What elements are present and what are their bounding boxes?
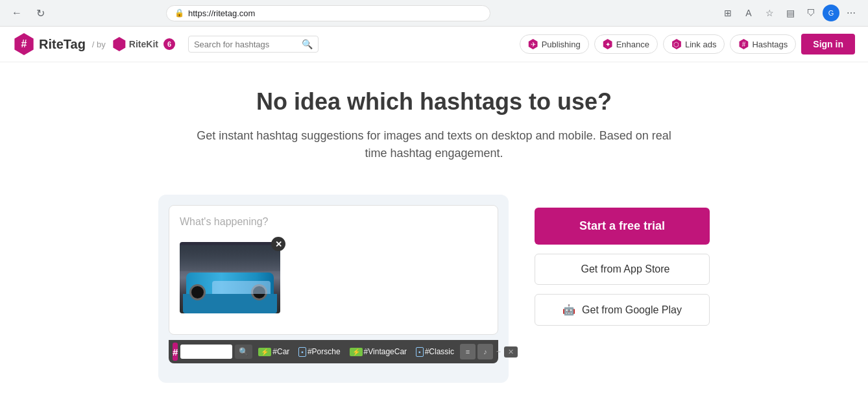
ritekit-hex-icon	[112, 37, 127, 51]
ritekit-name: RiteKit	[129, 39, 158, 49]
hashtag-classic-item: ▪ #Classic	[413, 345, 457, 359]
classic-pill-icon: ▪	[416, 347, 424, 357]
tweet-image-container: ✕	[180, 242, 280, 313]
hashtag-bar: # 🔍 ⚡ #Car ▪ #Porsche ⚡ #VintageCar ▪	[169, 340, 498, 363]
cta-area: Start a free trial Get from App Store 🤖 …	[535, 208, 710, 326]
logo-hex-icon: #	[13, 33, 35, 55]
grid-icon-btn[interactable]: ⊞	[719, 4, 737, 22]
publishing-label: Publishing	[542, 40, 581, 49]
reload-button[interactable]: ↻	[31, 4, 49, 22]
address-bar: 🔒 https://ritetag.com	[166, 5, 490, 21]
publishing-button[interactable]: ✈ Publishing	[520, 34, 589, 54]
vintagecar-pill-icon: ⚡	[350, 348, 363, 356]
hashtag-right-icons: ≡ ♪ ~ ✕	[460, 344, 518, 359]
search-input[interactable]	[194, 40, 298, 49]
hashtag-porsche-item: ▪ #Porsche	[295, 345, 343, 359]
search-bar: 🔍	[188, 36, 319, 53]
search-submit-button[interactable]: 🔍	[302, 39, 313, 49]
nav-right: ✈ Publishing ✦ Enhance ⬡ Link ads # Hash…	[520, 34, 855, 55]
site-nav: # RiteTag / by RiteKit 6 🔍 ✈ Publishing …	[0, 27, 868, 62]
browser-url[interactable]: https://ritetag.com	[188, 8, 482, 18]
sign-in-button[interactable]: Sign in	[801, 34, 855, 55]
car-image	[180, 242, 280, 313]
main-content: No idea which hashtags to use? Get insta…	[0, 62, 868, 195]
hashtag-action-icon-1[interactable]: ≡	[460, 344, 476, 359]
hashtag-search-input[interactable]	[180, 345, 232, 359]
hashtag-icon-box: #	[173, 343, 178, 361]
hashtag-car-item: ⚡ #Car	[255, 345, 293, 358]
android-icon: 🤖	[562, 304, 575, 316]
hash-symbol: #	[173, 346, 178, 357]
profile-avatar[interactable]: G	[823, 5, 839, 21]
tweet-placeholder: What's happening?	[180, 216, 268, 228]
logo-area: # RiteTag / by RiteKit 6	[13, 33, 175, 55]
tweet-box-wrapper: What's happening? ✕ # 🔍	[158, 195, 509, 383]
car-tag-label: #Car	[272, 347, 289, 356]
hashtags-button[interactable]: # Hashtags	[730, 34, 796, 54]
publishing-icon: ✈	[528, 39, 538, 49]
main-subtitle: Get instant hashtag suggestions for imag…	[187, 127, 681, 162]
google-play-button[interactable]: 🤖 Get from Google Play	[535, 294, 710, 326]
logo-by-text: / by	[92, 40, 106, 49]
hashtag-close-button[interactable]: ✕	[504, 346, 518, 357]
link-ads-label: Link ads	[685, 40, 716, 49]
porsche-tag-label: #Porsche	[307, 347, 341, 356]
enhance-label: Enhance	[616, 40, 649, 49]
browser-toolbar: ← ↻ 🔒 https://ritetag.com ⊞ A ☆ ▤ ⛉ G ⋯	[0, 0, 868, 26]
hashtag-vintagecar-item: ⚡ #VintageCar	[346, 345, 411, 358]
app-store-label: Get from App Store	[581, 263, 670, 275]
logo-name: RiteTag	[39, 37, 86, 52]
browser-right-icons: ⊞ A ☆ ▤ ⛉ G ⋯	[719, 4, 860, 22]
star-icon-btn[interactable]: ☆	[760, 4, 778, 22]
app-store-button[interactable]: Get from App Store	[535, 254, 710, 285]
vintagecar-tag-label: #VintageCar	[364, 347, 407, 356]
enhance-button[interactable]: ✦ Enhance	[594, 34, 658, 54]
hashtag-search-button[interactable]: 🔍	[235, 345, 252, 359]
main-title: No idea which hashtags to use?	[13, 88, 855, 115]
hashtags-label: Hashtags	[752, 40, 788, 49]
font-icon-btn[interactable]: A	[740, 4, 758, 22]
notification-badge: 6	[163, 38, 175, 50]
ritekit-logo: RiteKit	[112, 37, 158, 51]
enhance-icon: ✦	[603, 39, 613, 49]
hashtag-separator: ~	[495, 347, 502, 356]
lock-icon: 🔒	[175, 8, 184, 18]
logo-hash-symbol: #	[21, 38, 27, 50]
car-pill-icon: ⚡	[258, 348, 271, 356]
hashtags-icon: #	[738, 39, 749, 49]
tweet-input-area[interactable]: What's happening? ✕	[169, 205, 498, 335]
hashtag-action-icon-2[interactable]: ♪	[477, 344, 493, 359]
link-ads-icon: ⬡	[671, 39, 682, 49]
more-icon-btn[interactable]: ⋯	[842, 4, 860, 22]
classic-tag-label: #Classic	[425, 347, 454, 356]
demo-section: What's happening? ✕ # 🔍	[0, 195, 868, 402]
browser-chrome: ← ↻ 🔒 https://ritetag.com ⊞ A ☆ ▤ ⛉ G ⋯	[0, 0, 868, 27]
google-play-label: Get from Google Play	[582, 304, 682, 316]
sidebar-icon-btn[interactable]: ▤	[781, 4, 799, 22]
link-ads-button[interactable]: ⬡ Link ads	[663, 34, 725, 54]
bookmark-icon-btn[interactable]: ⛉	[802, 4, 820, 22]
porsche-pill-icon: ▪	[298, 347, 306, 357]
remove-image-button[interactable]: ✕	[271, 237, 285, 251]
back-button[interactable]: ←	[8, 4, 26, 22]
start-free-trial-button[interactable]: Start a free trial	[535, 208, 710, 245]
